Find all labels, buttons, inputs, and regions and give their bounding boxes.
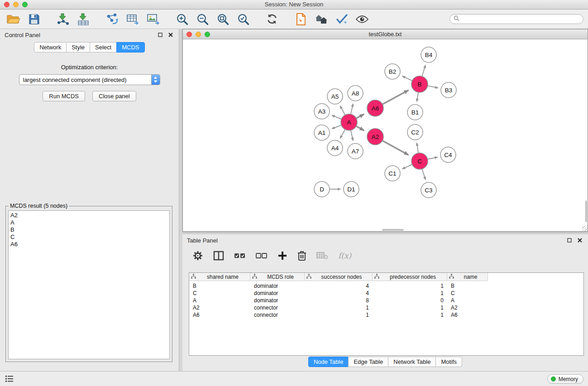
network-close-button[interactable] xyxy=(186,32,192,37)
tab-mcds[interactable]: MCDS xyxy=(116,42,144,52)
deselect-all-rows-icon[interactable] xyxy=(256,252,268,260)
graph-node-B2[interactable]: B2 xyxy=(385,64,400,79)
table-cell[interactable]: A2 xyxy=(189,305,250,311)
search-box[interactable] xyxy=(449,14,583,24)
mcds-result-item[interactable]: B xyxy=(10,226,169,234)
graph-edge-A-A3[interactable] xyxy=(332,115,341,119)
graph-node-A4[interactable]: A4 xyxy=(327,140,343,156)
column-header-mcds-role[interactable]: MCDS role xyxy=(250,273,305,281)
table-cell[interactable]: connector xyxy=(250,305,305,311)
graph-node-C[interactable]: C xyxy=(411,153,428,169)
table-cell[interactable]: 1 xyxy=(373,290,447,296)
column-header-name[interactable]: name xyxy=(447,273,488,281)
graph-node-B4[interactable]: B4 xyxy=(421,47,436,62)
save-session-icon[interactable] xyxy=(26,11,42,27)
network-horizontal-scrollbar[interactable] xyxy=(382,229,404,231)
table-cell[interactable]: A2 xyxy=(447,305,488,311)
graph-edge-C-C2[interactable] xyxy=(417,143,419,153)
graph-edge-A-A1[interactable] xyxy=(332,125,341,129)
mcds-result-item[interactable]: A2 xyxy=(10,212,169,219)
graph-node-A5[interactable]: A5 xyxy=(327,89,343,104)
graph-edge-A-A6[interactable] xyxy=(356,114,364,118)
close-table-panel-icon[interactable] xyxy=(576,237,583,244)
table-cell[interactable]: C xyxy=(447,290,488,296)
export-table-icon[interactable] xyxy=(124,11,141,27)
table-cell[interactable]: B xyxy=(447,283,488,289)
table-tab-network-table[interactable]: Network Table xyxy=(388,357,436,367)
table-cell[interactable]: A6 xyxy=(447,312,488,318)
graph-edge-A-A5[interactable] xyxy=(340,106,345,115)
table-row[interactable]: A6connector11A6 xyxy=(189,311,583,319)
graph-node-B[interactable]: B xyxy=(411,76,428,92)
graph-node-A6[interactable]: A6 xyxy=(367,100,383,116)
column-header-shared-name[interactable]: shared name xyxy=(189,273,250,281)
graph-edge-A2-C[interactable] xyxy=(382,141,408,155)
table-cell[interactable]: A xyxy=(447,297,488,304)
graph-node-A1[interactable]: A1 xyxy=(314,125,330,140)
graph-edge-A6-B[interactable] xyxy=(382,90,408,104)
float-table-panel-icon[interactable] xyxy=(566,237,573,244)
graph-node-C4[interactable]: C4 xyxy=(440,147,456,162)
graph-node-A7[interactable]: A7 xyxy=(348,143,363,159)
table-cell[interactable]: 8 xyxy=(305,297,373,304)
graph-node-B3[interactable]: B3 xyxy=(441,82,456,98)
mcds-result-item[interactable]: A6 xyxy=(10,241,169,248)
graph-edge-A-A2[interactable] xyxy=(356,126,364,131)
network-vertical-scrollbar[interactable] xyxy=(585,200,587,222)
add-column-icon[interactable] xyxy=(277,251,287,261)
criterion-dropdown[interactable]: largest connected component (directed) xyxy=(19,74,160,85)
table-cell[interactable]: dominator xyxy=(250,283,305,289)
tab-network[interactable]: Network xyxy=(34,42,67,52)
zoom-window-button[interactable] xyxy=(22,2,28,7)
task-history-icon[interactable] xyxy=(5,376,14,383)
resize-grip-icon[interactable] xyxy=(582,226,588,231)
table-cell[interactable]: 1 xyxy=(373,312,447,318)
mcds-result-item[interactable]: C xyxy=(10,234,169,241)
network-minimize-button[interactable] xyxy=(196,32,201,37)
table-cell[interactable]: 4 xyxy=(305,283,373,289)
memory-button[interactable]: Memory xyxy=(547,374,583,384)
column-header-predecessor-nodes[interactable]: predecessor nodes xyxy=(373,273,447,281)
mcds-result-list[interactable]: A2ABCA6 xyxy=(8,210,170,359)
table-cell[interactable]: B xyxy=(189,283,250,289)
table-cell[interactable]: connector xyxy=(250,312,305,318)
export-image-icon[interactable] xyxy=(145,11,161,27)
table-cell[interactable]: 1 xyxy=(373,305,447,311)
home-icon[interactable] xyxy=(313,11,330,27)
open-session-icon[interactable] xyxy=(5,11,22,27)
graph-node-D[interactable]: D xyxy=(314,181,330,197)
table-tab-node-table[interactable]: Node Table xyxy=(308,357,349,367)
close-panel-button[interactable]: Close panel xyxy=(92,91,136,101)
graph-node-D1[interactable]: D1 xyxy=(344,181,359,197)
import-network-icon[interactable] xyxy=(55,11,71,27)
column-header-successor-nodes[interactable]: successor nodes xyxy=(305,273,373,281)
export-network-icon[interactable] xyxy=(104,11,120,27)
show-columns-icon[interactable] xyxy=(213,251,224,261)
apply-style-icon[interactable] xyxy=(334,11,350,27)
import-table-icon[interactable] xyxy=(75,11,91,27)
table-tab-edge-table[interactable]: Edge Table xyxy=(348,357,388,367)
table-cell[interactable]: C xyxy=(189,290,250,296)
graph-edge-B-B4[interactable] xyxy=(422,65,425,76)
graph-node-C3[interactable]: C3 xyxy=(421,182,436,198)
graph-edge-A-A8[interactable] xyxy=(351,104,353,114)
graph-edge-A-A4[interactable] xyxy=(340,129,345,138)
table-cell[interactable]: 1 xyxy=(305,312,373,318)
show-graphics-icon[interactable] xyxy=(354,11,370,27)
table-row[interactable]: Cdominator41C xyxy=(189,290,583,297)
close-window-button[interactable] xyxy=(4,2,10,7)
graph-node-A[interactable]: A xyxy=(341,114,357,130)
table-cell[interactable]: 1 xyxy=(305,305,373,311)
minimize-window-button[interactable] xyxy=(13,2,19,7)
run-mcds-button[interactable]: Run MCDS xyxy=(43,91,85,101)
table-cell[interactable]: dominator xyxy=(250,290,305,296)
network-zoom-button[interactable] xyxy=(205,32,210,37)
graph-edge-A-A7[interactable] xyxy=(351,130,353,141)
search-input[interactable] xyxy=(462,15,583,23)
select-all-rows-icon[interactable] xyxy=(234,252,246,260)
table-cell[interactable]: dominator xyxy=(250,297,305,304)
graph-edge-B-B3[interactable] xyxy=(428,86,438,88)
graph-edge-C-C3[interactable] xyxy=(422,169,425,180)
delete-columns-icon[interactable] xyxy=(297,250,306,261)
zoom-out-icon[interactable] xyxy=(194,11,210,27)
